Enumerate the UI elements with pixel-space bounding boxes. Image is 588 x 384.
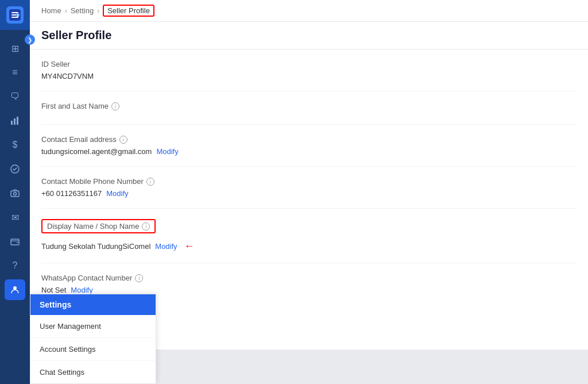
svg-point-8	[14, 193, 17, 195]
dropdown-item-user-management[interactable]: User Management	[30, 315, 156, 338]
email-section: Contact Email address i tudungsicomel.ag…	[41, 125, 577, 167]
sidebar-item-chat[interactable]: 🗨	[5, 86, 25, 107]
breadcrumb-home[interactable]: Home	[41, 6, 61, 15]
sidebar-item-camera[interactable]	[5, 183, 25, 203]
id-seller-section: ID Seller MY4NCD7VNM	[41, 49, 577, 91]
breadcrumb: Home › Setting › Seller Profile	[30, 0, 588, 22]
arrow-indicator: ←	[184, 240, 195, 252]
name-section: First and Last Name i	[41, 91, 577, 125]
display-name-section: Display Name / Shop Name i Tudung Sekola…	[41, 209, 577, 263]
display-name-label: Display Name / Shop Name i	[41, 219, 577, 237]
sidebar-item-chart[interactable]	[5, 110, 25, 131]
phone-value: +60 01126351167 Modify	[41, 189, 577, 198]
sidebar-item-help[interactable]: ?	[5, 255, 25, 276]
display-name-modify-link[interactable]: Modify	[155, 242, 177, 251]
breadcrumb-setting[interactable]: Setting	[71, 6, 94, 15]
sidebar-item-user[interactable]	[5, 279, 25, 300]
svg-rect-4	[14, 118, 16, 125]
id-seller-label: ID Seller	[41, 60, 577, 68]
whatsapp-info-icon: i	[135, 274, 143, 282]
email-label: Contact Email address i	[41, 135, 577, 144]
email-info-icon: i	[119, 136, 127, 144]
svg-rect-9	[11, 239, 19, 245]
phone-section: Contact Mobile Phone Number i +60 011263…	[41, 167, 577, 209]
logo: $	[0, 0, 30, 30]
page-header: Seller Profile	[30, 22, 588, 49]
display-name-value: Tudung Sekolah TudungSiComel Modify ←	[41, 240, 577, 252]
svg-text:$: $	[17, 14, 19, 17]
sidebar-item-list[interactable]: ≡	[5, 62, 25, 83]
sidebar-item-messages[interactable]: ✉	[5, 207, 25, 228]
whatsapp-label: WhatsApp Contact Number i	[41, 274, 577, 282]
name-info-icon: i	[111, 102, 119, 110]
dropdown-header: Settings	[30, 294, 156, 315]
whatsapp-value: Not Set Modify	[41, 286, 577, 294]
breadcrumb-sep-1: ›	[65, 7, 67, 15]
phone-info-icon: i	[146, 178, 154, 186]
svg-rect-3	[11, 121, 13, 125]
svg-point-11	[13, 286, 17, 290]
sidebar: $ ❯ ⊞ ≡ 🗨 $ ✉ ?	[0, 0, 30, 384]
sidebar-item-orders[interactable]	[5, 159, 25, 179]
page-title: Seller Profile	[41, 29, 577, 49]
display-name-info-icon: i	[142, 222, 150, 231]
display-name-label-highlighted: Display Name / Shop Name i	[41, 219, 156, 233]
sidebar-nav: ⊞ ≡ 🗨 $ ✉ ?	[5, 36, 25, 384]
name-label: First and Last Name i	[41, 102, 577, 110]
logo-icon: $	[6, 6, 24, 24]
breadcrumb-current: Seller Profile	[103, 5, 154, 17]
phone-modify-link[interactable]: Modify	[106, 189, 128, 198]
dropdown-item-account-settings[interactable]: Account Settings	[30, 338, 156, 361]
email-modify-link[interactable]: Modify	[156, 147, 178, 156]
sidebar-item-wallet[interactable]	[5, 231, 25, 252]
sidebar-collapse-button[interactable]: ❯	[25, 34, 35, 45]
sidebar-item-dollar[interactable]: $	[5, 135, 25, 155]
settings-dropdown: Settings User Management Account Setting…	[30, 294, 156, 384]
breadcrumb-sep-2: ›	[97, 7, 99, 15]
whatsapp-modify-link[interactable]: Modify	[71, 286, 92, 294]
svg-rect-7	[11, 191, 19, 197]
svg-rect-5	[17, 117, 18, 125]
dropdown-item-chat-settings[interactable]: Chat Settings	[30, 361, 156, 383]
svg-point-10	[17, 242, 18, 243]
id-seller-value: MY4NCD7VNM	[41, 72, 577, 80]
phone-label: Contact Mobile Phone Number i	[41, 177, 577, 186]
email-value: tudungsicomel.agent@gmail.com Modify	[41, 147, 577, 156]
sidebar-item-grid[interactable]: ⊞	[5, 38, 25, 59]
